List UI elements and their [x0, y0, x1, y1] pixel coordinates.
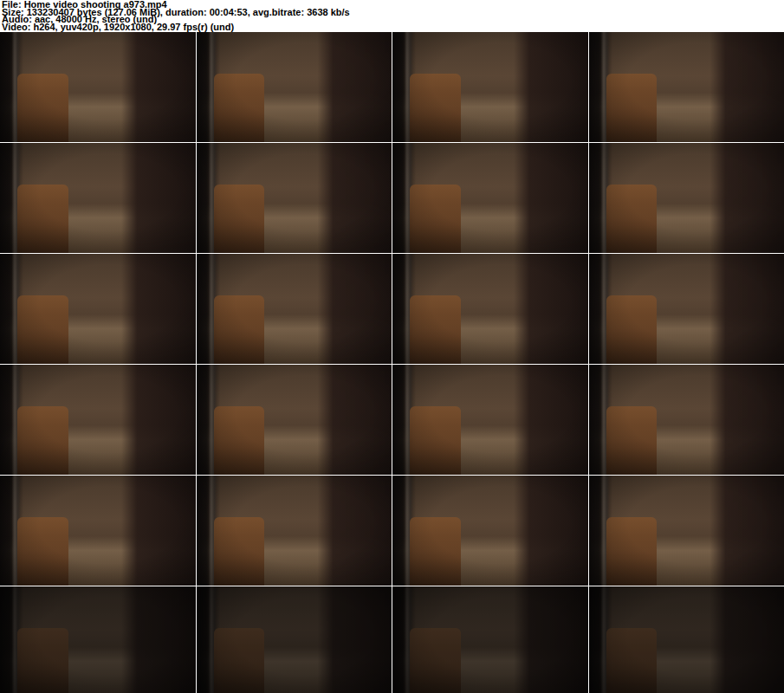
video-frame-thumbnail [589, 476, 784, 586]
video-frame-thumbnail [589, 365, 784, 475]
video-frame-thumbnail [197, 143, 392, 253]
video-frame-thumbnail [197, 365, 392, 475]
video-frame-thumbnail [0, 143, 196, 253]
video-frame-thumbnail [392, 143, 588, 253]
video-frame-thumbnail [0, 586, 196, 693]
video-frame-thumbnail [392, 586, 588, 693]
file-metadata-header: File: Home video shooting a973.mp4 Size:… [0, 0, 784, 32]
video-frame-thumbnail [197, 32, 392, 142]
video-frame-thumbnail [392, 254, 588, 364]
video-frame-thumbnail [589, 32, 784, 142]
video-frame-thumbnail [589, 586, 784, 693]
video-frame-thumbnail [0, 254, 196, 364]
video-frame-thumbnail [392, 476, 588, 586]
thumbnail-grid [0, 32, 784, 693]
video-frame-thumbnail [589, 254, 784, 364]
video-frame-thumbnail [0, 32, 196, 142]
video-frame-thumbnail [197, 476, 392, 586]
video-frame-thumbnail [392, 365, 588, 475]
video-frame-thumbnail [589, 143, 784, 253]
meta-video-info: Video: h264, yuv420p, 1920x1080, 29.97 f… [2, 23, 784, 31]
video-frame-thumbnail [197, 586, 392, 693]
video-frame-thumbnail [197, 254, 392, 364]
video-frame-thumbnail [0, 365, 196, 475]
video-frame-thumbnail [0, 476, 196, 586]
video-frame-thumbnail [392, 32, 588, 142]
